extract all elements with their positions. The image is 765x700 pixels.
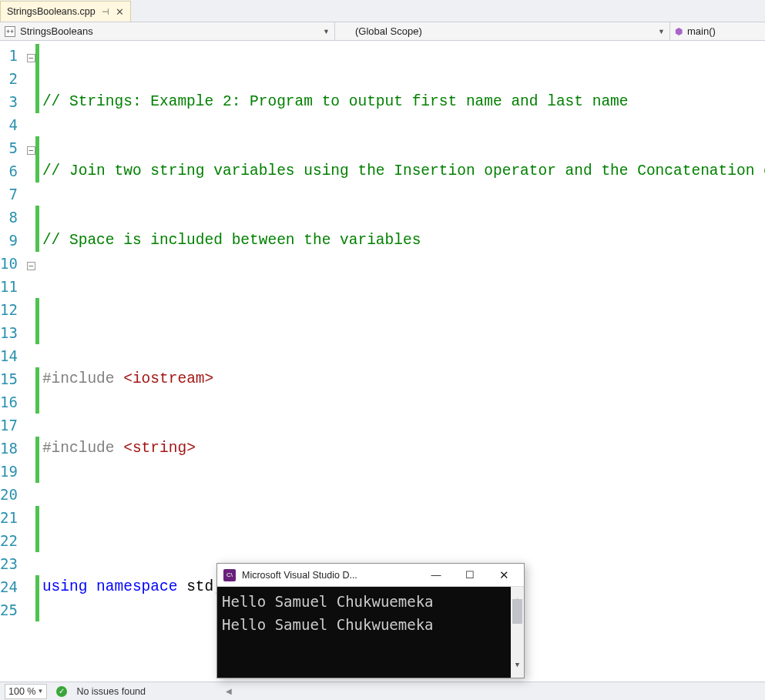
zoom-dropdown[interactable]: 100 % ▼: [5, 684, 47, 699]
nav-project-label: StringsBooleans: [20, 25, 93, 37]
code-text: <iostream>: [123, 367, 213, 390]
fold-toggle[interactable]: −: [27, 54, 35, 62]
chevron-down-icon: ▼: [323, 28, 330, 35]
code-text: #include: [42, 437, 123, 460]
chevron-down-icon: ▼: [658, 28, 665, 35]
nav-member-dropdown[interactable]: ⬢ main(): [670, 22, 765, 40]
nav-project-dropdown[interactable]: ++ StringsBooleans ▼: [0, 22, 335, 40]
fold-toggle[interactable]: −: [27, 262, 35, 270]
code-text: #include: [42, 367, 123, 390]
console-line: Hello Samuel Chukwuemeka: [222, 590, 519, 613]
nav-member-label: main(): [687, 25, 716, 37]
code-text: std: [186, 575, 213, 598]
fold-gutter: − − −: [27, 41, 35, 682]
code-text: namespace: [96, 575, 186, 598]
zoom-label: 100 %: [8, 686, 35, 697]
line-number-gutter: 1234567891011121314151617181920212223242…: [0, 41, 27, 682]
document-tab-label: StringsBooleans.cpp: [7, 6, 96, 17]
code-text: using: [42, 575, 96, 598]
fold-toggle[interactable]: −: [27, 146, 35, 155]
minimize-button[interactable]: —: [422, 569, 450, 581]
document-tab[interactable]: StringsBooleans.cpp ⊣ ✕: [0, 1, 131, 22]
code-text: // Space is included between the variabl…: [42, 229, 421, 252]
maximize-button[interactable]: ☐: [456, 569, 484, 581]
code-text: <string>: [123, 437, 196, 460]
console-output[interactable]: Hello Samuel Chukwuemeka Hello Samuel Ch…: [217, 587, 524, 678]
scrollbar-thumb[interactable]: [512, 599, 522, 624]
nav-scope-dropdown[interactable]: (Global Scope) ▼: [335, 22, 670, 40]
close-icon[interactable]: ✕: [116, 6, 124, 18]
close-button[interactable]: ✕: [490, 568, 518, 582]
console-titlebar[interactable]: C\ Microsoft Visual Studio D... — ☐ ✕: [217, 564, 524, 587]
console-scrollbar[interactable]: ▲ ▼: [511, 587, 524, 678]
navigation-bar: ++ StringsBooleans ▼ (Global Scope) ▼ ⬢ …: [0, 22, 765, 41]
nav-scope-label: (Global Scope): [355, 25, 422, 37]
project-icon: ++: [5, 26, 15, 37]
document-tab-bar: StringsBooleans.cpp ⊣ ✕: [0, 0, 765, 22]
console-window[interactable]: C\ Microsoft Visual Studio D... — ☐ ✕ He…: [216, 563, 525, 678]
method-icon: ⬢: [675, 26, 683, 37]
app-icon: C\: [223, 569, 236, 581]
console-title-label: Microsoft Visual Studio D...: [242, 570, 416, 581]
code-text: // Join two string variables using the I…: [42, 159, 765, 183]
console-line: Hello Samuel Chukwuemeka: [222, 613, 519, 636]
pin-icon[interactable]: ⊣: [102, 7, 109, 17]
scroll-down-arrow-icon[interactable]: ▼: [511, 653, 524, 676]
code-text: // Strings: Example 2: Program to output…: [42, 90, 629, 113]
